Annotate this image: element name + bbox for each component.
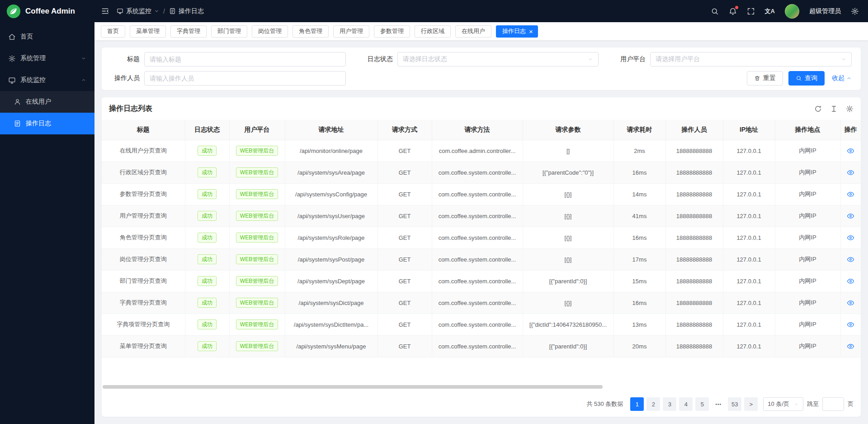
sidebar-item-operation-log[interactable]: 操作日志 xyxy=(0,113,94,134)
column-header-location: 操作地点 xyxy=(775,120,840,140)
tab-岗位管理[interactable]: 岗位管理 xyxy=(252,25,288,38)
next-page-button[interactable]: > xyxy=(744,397,758,411)
tab-操作日志[interactable]: 操作日志× xyxy=(496,25,538,38)
column-settings-gear-icon[interactable] xyxy=(846,105,854,113)
menu-fold-icon[interactable] xyxy=(101,7,109,15)
cell-status: 成功 xyxy=(185,183,229,205)
tab-部门管理[interactable]: 部门管理 xyxy=(211,25,247,38)
tab-角色管理[interactable]: 角色管理 xyxy=(292,25,329,38)
avatar[interactable] xyxy=(785,4,799,19)
filter-actions: 重置 查询 收起 xyxy=(610,71,852,86)
query-button[interactable]: 查询 xyxy=(788,71,825,86)
translate-icon[interactable]: 文A xyxy=(765,7,775,15)
horizontal-scrollbar-thumb[interactable] xyxy=(103,385,603,389)
cell-params: [{}] xyxy=(523,248,613,270)
page-button-1[interactable]: 1 xyxy=(630,397,644,411)
status-tag: 成功 xyxy=(198,254,217,264)
settings-gear-icon[interactable] xyxy=(851,7,859,15)
collapse-filter-link[interactable]: 收起 xyxy=(832,74,852,82)
status-tag: 成功 xyxy=(198,341,217,351)
notification-bell-icon[interactable] xyxy=(729,7,737,15)
table-row: 岗位管理分页查询成功WEB管理后台/api/system/sysPost/pag… xyxy=(102,248,861,270)
sidebar-item-label: 系统管理 xyxy=(20,54,46,62)
cell-time: 14ms xyxy=(613,183,665,205)
log-table-header-row: 标题日志状态用户平台请求地址请求方式请求方法请求参数请求耗时操作人员IP地址操作… xyxy=(102,120,861,140)
page-button-3[interactable]: 3 xyxy=(663,397,676,411)
cell-operator: 18888888888 xyxy=(665,335,723,357)
user-platform-select[interactable]: 请选择用户平台 xyxy=(650,52,852,67)
cell-params: [] xyxy=(523,140,613,162)
tab-label: 首页 xyxy=(107,27,119,35)
page-size-select[interactable]: 10 条/页 xyxy=(763,397,803,411)
cell-status: 成功 xyxy=(185,140,229,162)
view-detail-eye-icon[interactable] xyxy=(847,256,854,263)
tab-用户管理[interactable]: 用户管理 xyxy=(333,25,369,38)
sidebar-item-label: 操作日志 xyxy=(26,119,51,128)
view-detail-eye-icon[interactable] xyxy=(847,169,854,176)
breadcrumb-separator: / xyxy=(163,8,165,15)
sidebar-item-online-users[interactable]: 在线用户 xyxy=(0,91,94,113)
current-user-name[interactable]: 超级管理员 xyxy=(809,7,841,15)
table-row: 角色管理分页查询成功WEB管理后台/api/system/sysRole/pag… xyxy=(102,227,861,248)
cell-time: 41ms xyxy=(613,205,665,227)
operator-input[interactable] xyxy=(144,71,346,86)
page-button-53[interactable]: 53 xyxy=(728,397,741,411)
density-icon[interactable] xyxy=(830,105,838,113)
search-icon[interactable] xyxy=(711,7,719,15)
tab-menu-chevron-icon[interactable] xyxy=(840,28,846,34)
tab-参数管理[interactable]: 参数管理 xyxy=(374,25,410,38)
cell-status: 成功 xyxy=(185,292,229,314)
fullscreen-icon[interactable] xyxy=(747,7,755,15)
cell-ip: 127.0.0.1 xyxy=(723,335,775,357)
page-button-5[interactable]: 5 xyxy=(695,397,709,411)
platform-tag: WEB管理后台 xyxy=(236,211,278,221)
breadcrumb-item-monitor[interactable]: 系统监控 xyxy=(117,7,159,15)
cell-action xyxy=(840,292,861,314)
cell-time: 16ms xyxy=(613,227,665,248)
close-tab-icon[interactable]: × xyxy=(529,28,533,35)
cell-action xyxy=(840,335,861,357)
tab-在线用户[interactable]: 在线用户 xyxy=(455,25,491,38)
view-detail-eye-icon[interactable] xyxy=(847,147,854,155)
view-detail-eye-icon[interactable] xyxy=(847,343,854,350)
sidebar-item-home[interactable]: 首页 xyxy=(0,26,94,48)
tab-字典管理[interactable]: 字典管理 xyxy=(170,25,207,38)
reset-button[interactable]: 重置 xyxy=(747,71,783,86)
view-detail-eye-icon[interactable] xyxy=(847,191,854,198)
document-icon xyxy=(14,120,21,127)
tab-行政区域[interactable]: 行政区域 xyxy=(415,25,451,38)
view-detail-eye-icon[interactable] xyxy=(847,321,854,329)
column-header-method: 请求方式 xyxy=(377,120,432,140)
page-button-4[interactable]: 4 xyxy=(679,397,693,411)
view-detail-eye-icon[interactable] xyxy=(847,299,854,307)
jump-suffix-label: 页 xyxy=(848,400,854,408)
refresh-tab-icon[interactable] xyxy=(825,28,832,35)
view-detail-eye-icon[interactable] xyxy=(847,234,854,242)
log-table-body: 在线用户分页查询成功WEB管理后台/api/monitor/online/pag… xyxy=(102,140,861,357)
logo[interactable]: Coffee Admin xyxy=(0,0,94,22)
log-status-select[interactable]: 请选择日志状态 xyxy=(397,52,599,67)
cell-location: 内网IP xyxy=(775,162,840,183)
page-button-2[interactable]: 2 xyxy=(646,397,660,411)
field-operator: 操作人员 xyxy=(104,71,346,86)
monitor-icon xyxy=(8,76,16,84)
tab-菜单管理[interactable]: 菜单管理 xyxy=(130,25,166,38)
refresh-table-icon[interactable] xyxy=(814,105,822,113)
sidebar-item-system-monitor[interactable]: 系统监控 xyxy=(0,69,94,91)
jump-page-input[interactable] xyxy=(822,397,844,411)
table-row: 在线用户分页查询成功WEB管理后台/api/monitor/online/pag… xyxy=(102,140,861,162)
cell-method: GET xyxy=(377,140,432,162)
sidebar-item-system-management[interactable]: 系统管理 xyxy=(0,48,94,69)
page-ellipsis[interactable]: ••• xyxy=(712,397,725,411)
cell-operator: 18888888888 xyxy=(665,227,723,248)
sidebar: Coffee Admin 首页 系统管理 系统监控 在线用户 xyxy=(0,0,94,424)
tab-首页[interactable]: 首页 xyxy=(101,25,125,38)
view-detail-eye-icon[interactable] xyxy=(847,212,854,220)
title-input[interactable] xyxy=(144,52,346,67)
view-detail-eye-icon[interactable] xyxy=(847,277,854,285)
status-tag: 成功 xyxy=(198,319,217,329)
top-header: 系统监控 / 操作日志 文A xyxy=(94,0,868,22)
cell-location: 内网IP xyxy=(775,205,840,227)
layout-setting-icon[interactable] xyxy=(854,28,862,35)
status-tag: 成功 xyxy=(198,189,217,199)
